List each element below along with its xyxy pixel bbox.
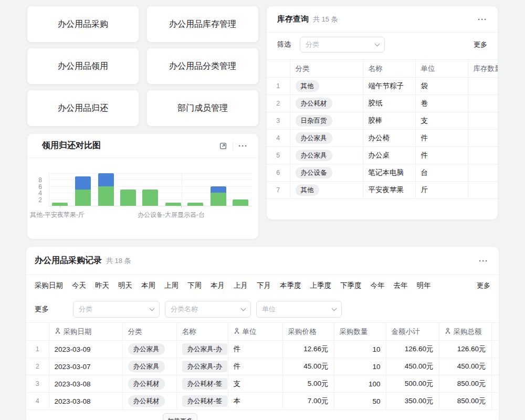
bar-segment-green xyxy=(75,190,91,206)
unit-cell: 件 xyxy=(415,147,468,164)
category-tag: 办公耗材 xyxy=(128,395,165,406)
name-cell: 笔记本电脑 xyxy=(363,164,415,182)
y-axis-tick-label: 8 xyxy=(28,177,42,183)
date-option-11[interactable]: 上季度 xyxy=(310,281,332,290)
table-row[interactable]: 3日杂百货胶棒支 xyxy=(267,112,498,130)
table-row[interactable]: 1其他端午节粽子袋 xyxy=(267,78,498,95)
y-axis-tick-label: 6 xyxy=(28,184,42,190)
name-cell: 办公家具-办 xyxy=(176,358,228,375)
date-option-13[interactable]: 今年 xyxy=(371,281,385,290)
date-option-2[interactable]: 昨天 xyxy=(95,281,109,290)
date-option-4[interactable]: 本周 xyxy=(141,281,155,290)
more-ellipsis-icon[interactable]: ··· xyxy=(238,142,248,150)
category-cell: 其他 xyxy=(290,182,363,199)
date-option-6[interactable]: 下周 xyxy=(187,281,202,290)
chart-panel-header: 领用归还对比图 ··· xyxy=(27,134,258,158)
row-number-header xyxy=(26,323,49,341)
column-header: 库存数量 xyxy=(468,60,498,78)
stock-qty-cell xyxy=(468,130,498,147)
purchase-filter-select-2[interactable]: 分类名称 xyxy=(165,301,251,318)
date-option-7[interactable]: 本月 xyxy=(211,281,225,290)
row-number: 3 xyxy=(26,375,49,393)
table-row[interactable]: 42023-03-08办公耗材办公耗材-签本7.00元50350.00元850.… xyxy=(26,393,499,410)
purchase-filter-select-1[interactable]: 分类 xyxy=(73,301,160,318)
table-row[interactable]: 7其他平安夜苹果斤 xyxy=(267,182,498,199)
load-more-button[interactable]: 加载更多 xyxy=(163,413,197,420)
table-row[interactable]: 12023-03-09办公家具办公家具-办件12.66元10126.60元126… xyxy=(26,341,499,358)
x-axis-tick xyxy=(181,206,182,208)
date-option-15[interactable]: 明年 xyxy=(417,281,431,290)
category-filter-select[interactable]: 分类 xyxy=(300,37,385,52)
stock-qty-cell xyxy=(468,164,498,182)
date-option-14[interactable]: 去年 xyxy=(394,281,408,290)
bar-segment-blue xyxy=(75,176,91,190)
stock-qty-cell xyxy=(468,78,498,95)
name-cell: 胶棒 xyxy=(363,112,415,130)
date-option-8[interactable]: 上月 xyxy=(234,281,248,290)
date-option-12[interactable]: 下季度 xyxy=(340,281,362,290)
date-option-9[interactable]: 下月 xyxy=(257,281,271,290)
price-cell: 7.00元 xyxy=(282,393,334,410)
unit-cell: 台 xyxy=(415,164,468,182)
filter-label: 筛选 xyxy=(277,40,291,49)
inventory-more-filters-link[interactable]: 更多 xyxy=(474,40,487,49)
unit-cell: 件 xyxy=(228,358,282,375)
column-header: 名称 xyxy=(176,323,228,341)
stock-qty-cell xyxy=(468,147,498,164)
bar-2 xyxy=(75,176,91,206)
chevron-down-icon xyxy=(150,306,155,311)
stock-qty-cell xyxy=(468,182,498,199)
expand-icon[interactable] xyxy=(219,142,227,150)
table-row[interactable]: 4办公家具办公椅件 xyxy=(267,130,498,147)
total-cell: 850.00元 xyxy=(439,375,491,393)
table-row[interactable]: 32023-03-08办公耗材办公耗材-签支5.00元100500.00元850… xyxy=(26,375,499,393)
select-placeholder: 分类名称 xyxy=(171,304,198,314)
date-option-10[interactable]: 本季度 xyxy=(280,281,301,290)
quick-action-button-3[interactable]: 办公用品领用 xyxy=(27,48,139,84)
quick-action-button-4[interactable]: 办公用品分类管理 xyxy=(147,48,258,84)
inventory-record-count: 共 15 条 xyxy=(313,15,338,24)
purchase-date-cell: 2023-03-08 xyxy=(49,393,122,410)
y-axis-tick-label: 2 xyxy=(28,197,42,203)
bar-segment-green xyxy=(233,200,248,206)
row-number: 2 xyxy=(267,95,290,112)
name-cell: 办公家具-办 xyxy=(176,341,228,358)
quick-action-button-1[interactable]: 办公用品采购 xyxy=(27,6,139,42)
purchase-panel-title: 办公用品采购记录 xyxy=(35,255,102,266)
quick-action-button-2[interactable]: 办公用品库存管理 xyxy=(147,6,258,42)
unit-cell: 件 xyxy=(228,341,282,358)
date-option-3[interactable]: 明天 xyxy=(118,281,132,290)
date-option-1[interactable]: 今天 xyxy=(72,281,86,290)
more-ellipsis-icon[interactable]: ··· xyxy=(478,15,487,23)
hierarchy-icon xyxy=(445,328,451,334)
quick-action-button-6[interactable]: 部门成员管理 xyxy=(147,90,258,126)
name-tag: 办公耗材-签 xyxy=(182,378,228,389)
category-cell: 其他 xyxy=(290,78,363,95)
purchase-panel-header: 办公用品采购记录 共 18 条 ··· xyxy=(26,247,499,275)
spacer-cell xyxy=(491,341,499,358)
purchase-table-header-row: 采购日期分类名称单位采购价格采购数量金额小计采购总额 xyxy=(26,323,499,341)
row-number: 1 xyxy=(26,341,49,358)
table-row[interactable]: 22023-03-07办公家具办公家具-办件45.00元10450.00元450… xyxy=(26,358,499,375)
table-row[interactable]: 2办公耗材胶纸卷 xyxy=(267,95,498,112)
unit-cell: 本 xyxy=(228,393,282,410)
quick-action-button-5[interactable]: 办公用品归还 xyxy=(27,90,139,126)
table-row[interactable]: 6办公设备笔记本电脑台 xyxy=(267,164,498,182)
bar-segment-green xyxy=(165,203,181,206)
name-cell: 办公桌 xyxy=(363,147,415,164)
date-option-5[interactable]: 上周 xyxy=(164,281,178,290)
purchase-filter-select-3[interactable]: 单位 xyxy=(256,301,342,318)
chart-panel: 领用归还对比图 ··· 2468其他-平安夜苹果-斤办公设备-大屏显示器-台 xyxy=(27,134,258,239)
row-number: 3 xyxy=(267,112,290,130)
purchase-table: 采购日期分类名称单位采购价格采购数量金额小计采购总额 12023-03-09办公… xyxy=(26,322,499,410)
select-placeholder: 分类 xyxy=(79,304,92,314)
price-cell: 12.66元 xyxy=(282,341,334,358)
table-row[interactable]: 5办公家具办公桌件 xyxy=(267,147,498,164)
category-cell: 办公设备 xyxy=(290,164,363,182)
chevron-down-icon xyxy=(375,41,380,47)
x-axis-line xyxy=(49,206,252,206)
date-more-link[interactable]: 更多 xyxy=(477,281,490,290)
category-tag: 办公家具 xyxy=(296,150,332,161)
spacer-cell xyxy=(491,393,499,410)
more-ellipsis-icon[interactable]: ··· xyxy=(479,257,488,265)
